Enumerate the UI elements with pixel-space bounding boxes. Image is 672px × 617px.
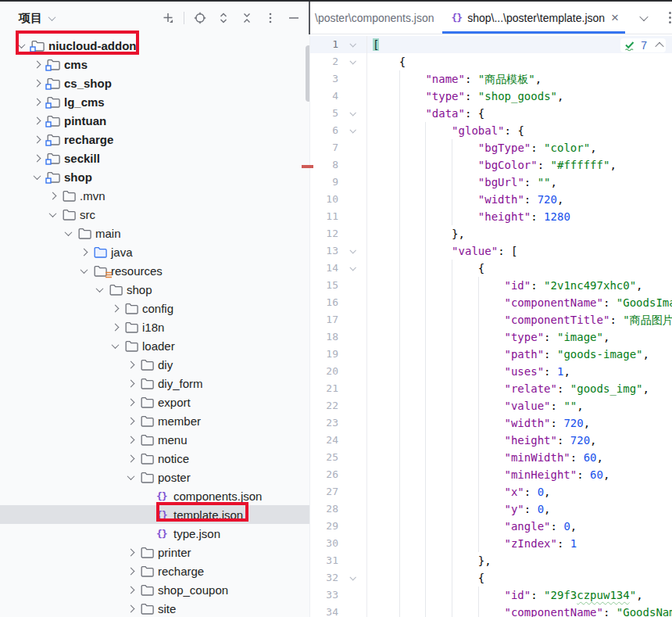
chevron-right-icon[interactable] (49, 192, 57, 199)
tree-item-diy_form[interactable]: diy_form (0, 374, 309, 393)
chevron-right-icon[interactable] (34, 117, 41, 124)
locate-file-button[interactable] (192, 10, 208, 26)
editor-line[interactable]: 23"width": 720, (310, 414, 672, 432)
tree-item-components.json[interactable]: components.json (0, 486, 309, 505)
panel-editor-splitter[interactable] (309, 2, 310, 34)
fold-chevron-icon[interactable] (349, 264, 356, 271)
chevron-down-icon[interactable] (48, 13, 56, 21)
editor-line[interactable]: 26"minHeight": 60, (310, 466, 672, 483)
editor-line[interactable]: 14{ (310, 260, 672, 277)
chevron-right-icon[interactable] (127, 548, 135, 556)
tree-item-seckill[interactable]: seckill (0, 149, 309, 167)
tree-item-cms[interactable]: cms (0, 55, 309, 74)
tree-item-menu[interactable]: menu (0, 430, 309, 449)
chevron-down-icon[interactable] (49, 210, 57, 217)
chevron-right-icon[interactable] (127, 361, 135, 368)
tree-item-shop_coupon[interactable]: shop_coupon (0, 580, 309, 599)
chevron-down-icon[interactable] (18, 41, 26, 48)
fold-chevron-icon[interactable] (349, 574, 356, 580)
tab-options-icon[interactable] (664, 12, 672, 23)
editor-line[interactable]: 6"global": { (310, 122, 672, 139)
editor-line[interactable]: 1[ (310, 36, 672, 53)
chevron-down-icon[interactable] (127, 472, 135, 480)
chevron-right-icon[interactable] (34, 154, 41, 162)
chevron-up-icon[interactable] (655, 42, 663, 51)
chevron-right-icon[interactable] (127, 417, 135, 425)
editor-line[interactable]: 10"width": 720, (310, 191, 672, 208)
tree-item-diy[interactable]: diy (0, 355, 309, 374)
more-options-button[interactable] (263, 10, 278, 26)
editor-line[interactable]: 8"bgColor": "#ffffff", (310, 156, 672, 174)
fold-chevron-icon[interactable] (349, 58, 356, 64)
editor-line[interactable]: 7"bgType": "color", (310, 139, 672, 156)
editor-line[interactable]: 25"minWidth": 60, (310, 449, 672, 466)
tree-item-site[interactable]: site (0, 599, 309, 617)
tree-item-type.json[interactable]: type.json (0, 524, 309, 543)
tab-components-json[interactable]: \poster\components.json (310, 2, 442, 34)
tree-item-shop[interactable]: shop (0, 167, 309, 186)
chevron-right-icon[interactable] (112, 323, 120, 331)
tree-item-member[interactable]: member (0, 411, 309, 430)
tree-item-lg_cms[interactable]: lg_cms (0, 92, 309, 111)
chevron-right-icon[interactable] (34, 135, 41, 143)
chevron-right-icon[interactable] (127, 586, 135, 594)
chevron-right-icon[interactable] (127, 567, 135, 575)
tree-item-shop[interactable]: shop (0, 280, 309, 299)
editor-line[interactable]: 34"componentName": "GoodsName" (310, 604, 672, 617)
close-icon[interactable]: × (611, 11, 619, 24)
editor-line[interactable]: 9"bgUrl": "", (310, 174, 672, 191)
editor-line[interactable]: 27"x": 0, (310, 483, 672, 500)
editor-line[interactable]: 21"relate": "goods_img", (310, 380, 672, 397)
editor-body[interactable]: 1[2{3"name": "商品模板",4"type": "shop_goods… (310, 35, 672, 617)
chevron-right-icon[interactable] (34, 79, 41, 87)
tree-item-i18n[interactable]: i18n (0, 317, 309, 336)
tree-item-java[interactable]: java (0, 242, 309, 261)
chevron-down-icon[interactable] (96, 285, 104, 292)
hide-panel-button[interactable] (286, 10, 302, 26)
editor-line[interactable]: 15"id": "2v1nc497xhc0", (310, 277, 672, 294)
editor-line[interactable]: 20"uses": 1, (310, 363, 672, 380)
expand-all-button[interactable] (216, 10, 231, 26)
editor-line[interactable]: 16"componentName": "GoodsImage", (310, 294, 672, 311)
tree-item-pintuan[interactable]: pintuan (0, 111, 309, 130)
tree-item-export[interactable]: export (0, 393, 309, 411)
chevron-right-icon[interactable] (80, 248, 88, 256)
add-button[interactable] (160, 10, 176, 26)
editor-line[interactable]: 11"height": 1280 (310, 208, 672, 225)
chevron-right-icon[interactable] (127, 379, 135, 387)
inspections-widget[interactable]: 7 (620, 38, 666, 52)
fold-chevron-icon[interactable] (349, 109, 356, 116)
editor-line[interactable]: 19"path": "goods-image", (310, 346, 672, 363)
chevron-down-icon[interactable] (34, 172, 41, 180)
editor-line[interactable]: 22"value": "", (310, 397, 672, 414)
editor-line[interactable]: 29"angle": 0, (310, 518, 672, 535)
chevron-right-icon[interactable] (34, 60, 41, 68)
chevron-right-icon[interactable] (127, 454, 135, 462)
tree-item-notice[interactable]: notice (0, 449, 309, 468)
editor-line[interactable]: 32{ (310, 569, 672, 587)
chevron-right-icon[interactable] (127, 604, 135, 612)
editor-line[interactable]: 33"id": "29f3czpuw134", (310, 587, 672, 604)
fold-chevron-icon[interactable] (349, 41, 356, 47)
editor-line[interactable]: 5"data": { (310, 105, 672, 122)
tree-item-cs_shop[interactable]: cs_shop (0, 74, 309, 92)
tree-item-template.json[interactable]: template.json (0, 505, 309, 524)
tree-item-.mvn[interactable]: .mvn (0, 186, 309, 205)
tree-item-poster[interactable]: poster (0, 468, 309, 486)
chevron-down-icon[interactable] (80, 266, 88, 274)
fold-chevron-icon[interactable] (349, 127, 356, 133)
tree-item-main[interactable]: main (0, 224, 309, 242)
editor-line[interactable]: 3"name": "商品模板", (310, 70, 672, 88)
chevron-down-icon[interactable] (65, 228, 73, 236)
tree-item-src[interactable]: src (0, 205, 309, 224)
tree-item-recharge[interactable]: recharge (0, 561, 309, 580)
tab-list-chevron-icon[interactable] (639, 12, 648, 20)
editor-line[interactable]: 28"y": 0, (310, 500, 672, 518)
editor-line[interactable]: 13"value": [ (310, 242, 672, 260)
editor-line[interactable]: 12}, (310, 225, 672, 242)
fold-chevron-icon[interactable] (349, 247, 356, 253)
chevron-right-icon[interactable] (34, 98, 41, 106)
tab-template-json[interactable]: shop\...\poster\template.json × (442, 2, 625, 34)
collapse-all-button[interactable] (239, 10, 255, 26)
tree-item-printer[interactable]: printer (0, 543, 309, 561)
